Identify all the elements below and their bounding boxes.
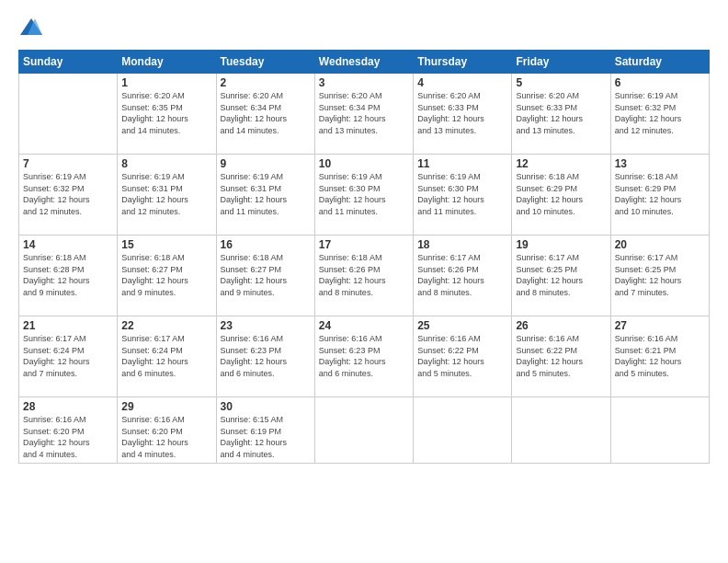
day-number: 29	[121, 400, 211, 413]
day-number: 21	[23, 319, 113, 332]
day-cell-19: 19Sunrise: 6:17 AM Sunset: 6:25 PM Dayli…	[512, 236, 610, 316]
day-cell-24: 24Sunrise: 6:16 AM Sunset: 6:23 PM Dayli…	[314, 316, 413, 397]
day-info: Sunrise: 6:20 AM Sunset: 6:34 PM Dayligh…	[319, 90, 409, 136]
day-cell-empty-4-6	[610, 397, 709, 464]
day-info: Sunrise: 6:20 AM Sunset: 6:34 PM Dayligh…	[221, 90, 311, 136]
week-row-2: 14Sunrise: 6:18 AM Sunset: 6:28 PM Dayli…	[19, 236, 710, 316]
day-info: Sunrise: 6:20 AM Sunset: 6:35 PM Dayligh…	[121, 90, 211, 136]
day-cell-28: 28Sunrise: 6:16 AM Sunset: 6:20 PM Dayli…	[19, 397, 118, 464]
day-info: Sunrise: 6:19 AM Sunset: 6:31 PM Dayligh…	[221, 171, 311, 217]
day-cell-20: 20Sunrise: 6:17 AM Sunset: 6:25 PM Dayli…	[610, 236, 709, 316]
day-cell-12: 12Sunrise: 6:18 AM Sunset: 6:29 PM Dayli…	[512, 155, 610, 236]
day-number: 14	[23, 238, 113, 251]
day-number: 30	[221, 400, 311, 413]
day-info: Sunrise: 6:18 AM Sunset: 6:27 PM Dayligh…	[221, 252, 311, 298]
day-info: Sunrise: 6:17 AM Sunset: 6:25 PM Dayligh…	[615, 252, 705, 298]
day-cell-2: 2Sunrise: 6:20 AM Sunset: 6:34 PM Daylig…	[216, 74, 314, 155]
day-number: 26	[516, 319, 606, 332]
logo-icon	[18, 15, 44, 40]
day-cell-1: 1Sunrise: 6:20 AM Sunset: 6:35 PM Daylig…	[118, 74, 216, 155]
day-cell-22: 22Sunrise: 6:17 AM Sunset: 6:24 PM Dayli…	[118, 316, 216, 397]
day-info: Sunrise: 6:19 AM Sunset: 6:32 PM Dayligh…	[615, 90, 705, 136]
day-info: Sunrise: 6:18 AM Sunset: 6:28 PM Dayligh…	[23, 252, 113, 298]
day-cell-17: 17Sunrise: 6:18 AM Sunset: 6:26 PM Dayli…	[314, 236, 413, 316]
day-number: 19	[516, 238, 606, 251]
day-cell-14: 14Sunrise: 6:18 AM Sunset: 6:28 PM Dayli…	[19, 236, 118, 316]
day-number: 6	[615, 76, 705, 89]
day-number: 15	[121, 238, 211, 251]
day-info: Sunrise: 6:19 AM Sunset: 6:31 PM Dayligh…	[121, 171, 211, 217]
day-info: Sunrise: 6:16 AM Sunset: 6:23 PM Dayligh…	[221, 333, 311, 379]
day-cell-empty-4-3	[314, 397, 413, 464]
day-number: 12	[516, 157, 606, 170]
week-row-1: 7Sunrise: 6:19 AM Sunset: 6:32 PM Daylig…	[19, 155, 710, 236]
day-cell-empty-0-0	[19, 74, 118, 155]
weekday-header-row: SundayMondayTuesdayWednesdayThursdayFrid…	[19, 51, 710, 74]
page: SundayMondayTuesdayWednesdayThursdayFrid…	[0, 0, 728, 563]
weekday-header-friday: Friday	[512, 51, 610, 74]
day-cell-5: 5Sunrise: 6:20 AM Sunset: 6:33 PM Daylig…	[512, 74, 610, 155]
weekday-header-tuesday: Tuesday	[216, 51, 314, 74]
day-info: Sunrise: 6:16 AM Sunset: 6:22 PM Dayligh…	[417, 333, 507, 379]
day-info: Sunrise: 6:17 AM Sunset: 6:24 PM Dayligh…	[121, 333, 211, 379]
day-number: 28	[23, 400, 113, 413]
day-cell-18: 18Sunrise: 6:17 AM Sunset: 6:26 PM Dayli…	[414, 236, 512, 316]
day-info: Sunrise: 6:15 AM Sunset: 6:19 PM Dayligh…	[221, 414, 311, 460]
day-number: 25	[417, 319, 507, 332]
day-info: Sunrise: 6:19 AM Sunset: 6:32 PM Dayligh…	[23, 171, 113, 217]
day-info: Sunrise: 6:16 AM Sunset: 6:22 PM Dayligh…	[516, 333, 606, 379]
week-row-0: 1Sunrise: 6:20 AM Sunset: 6:35 PM Daylig…	[19, 74, 710, 155]
day-cell-8: 8Sunrise: 6:19 AM Sunset: 6:31 PM Daylig…	[118, 155, 216, 236]
day-info: Sunrise: 6:18 AM Sunset: 6:27 PM Dayligh…	[121, 252, 211, 298]
day-number: 5	[516, 76, 606, 89]
day-number: 13	[615, 157, 705, 170]
day-number: 9	[221, 157, 311, 170]
day-cell-30: 30Sunrise: 6:15 AM Sunset: 6:19 PM Dayli…	[216, 397, 314, 464]
day-cell-6: 6Sunrise: 6:19 AM Sunset: 6:32 PM Daylig…	[610, 74, 709, 155]
week-row-3: 21Sunrise: 6:17 AM Sunset: 6:24 PM Dayli…	[19, 316, 710, 397]
day-number: 10	[319, 157, 409, 170]
day-number: 11	[417, 157, 507, 170]
day-cell-29: 29Sunrise: 6:16 AM Sunset: 6:20 PM Dayli…	[118, 397, 216, 464]
day-info: Sunrise: 6:17 AM Sunset: 6:24 PM Dayligh…	[23, 333, 113, 379]
day-cell-7: 7Sunrise: 6:19 AM Sunset: 6:32 PM Daylig…	[19, 155, 118, 236]
day-number: 18	[417, 238, 507, 251]
day-cell-11: 11Sunrise: 6:19 AM Sunset: 6:30 PM Dayli…	[414, 155, 512, 236]
weekday-header-wednesday: Wednesday	[314, 51, 413, 74]
day-number: 2	[221, 76, 311, 89]
day-cell-23: 23Sunrise: 6:16 AM Sunset: 6:23 PM Dayli…	[216, 316, 314, 397]
day-cell-3: 3Sunrise: 6:20 AM Sunset: 6:34 PM Daylig…	[314, 74, 413, 155]
day-cell-27: 27Sunrise: 6:16 AM Sunset: 6:21 PM Dayli…	[610, 316, 709, 397]
weekday-header-thursday: Thursday	[414, 51, 512, 74]
day-info: Sunrise: 6:16 AM Sunset: 6:20 PM Dayligh…	[121, 414, 211, 460]
day-cell-4: 4Sunrise: 6:20 AM Sunset: 6:33 PM Daylig…	[414, 74, 512, 155]
day-info: Sunrise: 6:17 AM Sunset: 6:26 PM Dayligh…	[417, 252, 507, 298]
day-info: Sunrise: 6:16 AM Sunset: 6:21 PM Dayligh…	[615, 333, 705, 379]
day-info: Sunrise: 6:18 AM Sunset: 6:26 PM Dayligh…	[319, 252, 409, 298]
day-cell-16: 16Sunrise: 6:18 AM Sunset: 6:27 PM Dayli…	[216, 236, 314, 316]
day-cell-21: 21Sunrise: 6:17 AM Sunset: 6:24 PM Dayli…	[19, 316, 118, 397]
day-number: 23	[221, 319, 311, 332]
day-cell-13: 13Sunrise: 6:18 AM Sunset: 6:29 PM Dayli…	[610, 155, 709, 236]
day-info: Sunrise: 6:19 AM Sunset: 6:30 PM Dayligh…	[417, 171, 507, 217]
week-row-4: 28Sunrise: 6:16 AM Sunset: 6:20 PM Dayli…	[19, 397, 710, 464]
day-info: Sunrise: 6:16 AM Sunset: 6:20 PM Dayligh…	[23, 414, 113, 460]
day-info: Sunrise: 6:18 AM Sunset: 6:29 PM Dayligh…	[615, 171, 705, 217]
logo	[18, 15, 48, 40]
day-cell-empty-4-5	[512, 397, 610, 464]
day-cell-25: 25Sunrise: 6:16 AM Sunset: 6:22 PM Dayli…	[414, 316, 512, 397]
day-number: 27	[615, 319, 705, 332]
day-number: 8	[121, 157, 211, 170]
day-info: Sunrise: 6:20 AM Sunset: 6:33 PM Dayligh…	[417, 90, 507, 136]
weekday-header-sunday: Sunday	[19, 51, 118, 74]
day-info: Sunrise: 6:18 AM Sunset: 6:29 PM Dayligh…	[516, 171, 606, 217]
weekday-header-saturday: Saturday	[610, 51, 709, 74]
weekday-header-monday: Monday	[118, 51, 216, 74]
day-number: 16	[221, 238, 311, 251]
day-info: Sunrise: 6:17 AM Sunset: 6:25 PM Dayligh…	[516, 252, 606, 298]
day-info: Sunrise: 6:16 AM Sunset: 6:23 PM Dayligh…	[319, 333, 409, 379]
day-number: 1	[121, 76, 211, 89]
day-number: 4	[417, 76, 507, 89]
day-info: Sunrise: 6:20 AM Sunset: 6:33 PM Dayligh…	[516, 90, 606, 136]
day-cell-10: 10Sunrise: 6:19 AM Sunset: 6:30 PM Dayli…	[314, 155, 413, 236]
